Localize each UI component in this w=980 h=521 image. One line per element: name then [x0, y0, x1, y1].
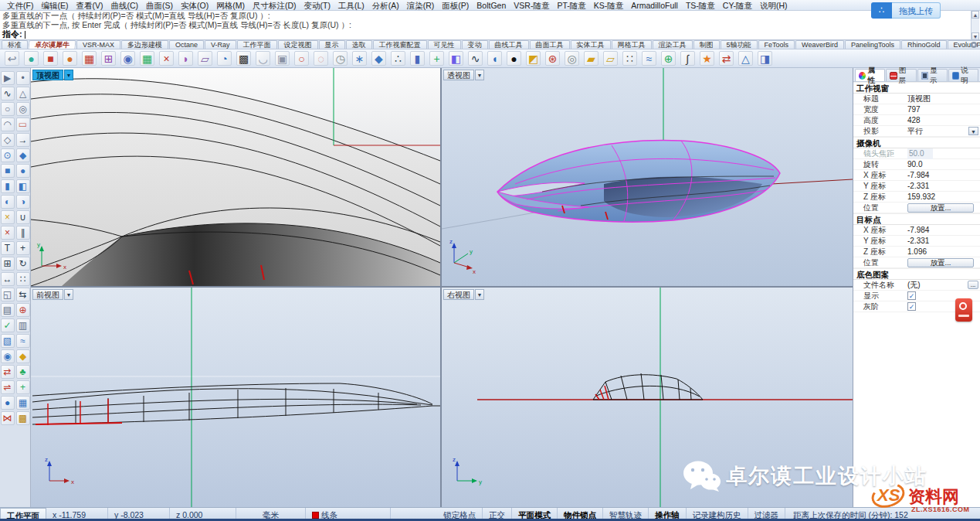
text-tool-icon[interactable]: T [1, 241, 15, 255]
toolbar-tab-工作视窗配置[interactable]: 工作视窗配置 [373, 40, 427, 49]
sketch-ellipse-icon[interactable]: ◌ [314, 51, 328, 66]
toolbar-tab-可见性[interactable]: 可见性 [428, 40, 461, 49]
environment-icon[interactable]: ▦ [140, 51, 154, 66]
place-button[interactable]: 放置... [907, 258, 974, 267]
array-dots-icon[interactable]: ∷ [622, 51, 637, 66]
exchange-tool-icon[interactable]: ⇌ [1, 380, 15, 394]
bomb-icon[interactable]: ● [507, 51, 521, 66]
status-toggle-操作轴[interactable]: 操作轴 [649, 508, 687, 521]
checkbox[interactable]: ✓ [907, 291, 916, 300]
undo-curve-icon[interactable]: ↩ [5, 51, 19, 66]
chevron-down-icon[interactable]: ▼ [64, 70, 73, 80]
panel-tab-图层[interactable]: 图层 [886, 69, 916, 81]
tree-tool-icon[interactable]: ♣ [16, 365, 30, 379]
array-tool-icon[interactable]: ∷ [16, 272, 30, 286]
teal-sphere-icon[interactable]: ● [24, 51, 39, 66]
toolbar-tab-设定视图[interactable]: 设定视图 [278, 40, 318, 49]
red-arrows-tool-icon[interactable]: ⇄ [1, 365, 15, 379]
menu-item-分析(A)[interactable]: 分析(A) [368, 0, 403, 11]
status-toggle-锁定格点[interactable]: 锁定格点 [437, 508, 483, 521]
edit-surface-icon[interactable]: ▱ [198, 51, 212, 66]
menu-item-面板(P)[interactable]: 面板(P) [438, 0, 473, 11]
status-toggle-过滤器[interactable]: 过滤器 [748, 508, 786, 521]
blue-sphere-tool-icon[interactable]: ● [1, 396, 15, 410]
toolbar-tab-曲线工具[interactable]: 曲线工具 [489, 40, 529, 49]
cplane-menu-button[interactable]: 工作平面 [0, 508, 46, 521]
panel-tab-说明[interactable]: 说明 [948, 69, 978, 81]
status-toggle-智慧轨迹[interactable]: 智慧轨迹 [603, 508, 649, 521]
chevron-down-icon[interactable]: ▼ [475, 70, 484, 80]
viewport-title-right[interactable]: 右视图▼ [443, 289, 484, 300]
boolean-union-tool-icon[interactable]: ◐ [1, 195, 15, 209]
teapot-icon[interactable]: ◡ [256, 51, 270, 66]
checkbox[interactable]: ✓ [907, 302, 916, 311]
menu-item-渲染(R)[interactable]: 渲染(R) [403, 0, 439, 11]
render-ball-tool-icon[interactable]: ◉ [1, 349, 15, 363]
explode-tool-icon[interactable]: × [1, 210, 15, 224]
status-toggle-记录建构历史[interactable]: 记录建构历史 [687, 508, 748, 521]
toolbar-tab-WeaverBird[interactable]: WeaverBird [795, 40, 844, 49]
s-curve-icon[interactable]: ∫ [680, 51, 695, 66]
menu-item-尺寸标注(D)[interactable]: 尺寸标注(D) [249, 0, 300, 11]
layer-cell[interactable]: 线条 [306, 508, 391, 521]
panel-tab-属性[interactable]: 属性 [855, 69, 885, 81]
join-tool-icon[interactable]: ∪ [16, 210, 30, 224]
toolbar-tab-显示[interactable]: 显示 [319, 40, 345, 49]
scale-tool-icon[interactable]: ↔ [1, 272, 15, 286]
curve-points-icon[interactable]: ∿ [468, 51, 483, 66]
polygon-tool-icon[interactable]: ◇ [1, 133, 15, 147]
rectangle-tool-icon[interactable]: ▭ [16, 117, 30, 131]
red-circle-icon[interactable]: ○ [294, 51, 309, 66]
point-tool-icon[interactable]: • [16, 71, 30, 85]
gear-icon[interactable] [971, 42, 977, 48]
boolean-diff-tool-icon[interactable]: ◑ [16, 195, 30, 209]
check-tool-icon[interactable]: ✓ [1, 318, 15, 332]
viewport-title-perspective[interactable]: 透视图▼ [443, 70, 484, 80]
scroll-up-icon[interactable]: ▲ [972, 11, 979, 19]
toolbar-tab-PanelingTools[interactable]: PanelingTools [845, 40, 900, 49]
orange-sphere-icon[interactable]: ● [63, 51, 77, 66]
dial-icon[interactable]: ◷ [333, 51, 348, 66]
cylinder-tool-icon[interactable]: ▮ [1, 179, 15, 193]
toolbar-tab-FeTools[interactable]: FeTools [758, 40, 795, 49]
map-grid-tool-icon[interactable]: ▦ [16, 396, 30, 410]
toolbar-tab-Octane[interactable]: Octane [169, 40, 204, 49]
pattern-tool-icon[interactable]: ▩ [16, 411, 30, 425]
toolbar-tab-变动[interactable]: 变动 [462, 40, 488, 49]
checker-material-icon[interactable]: ▦ [82, 51, 97, 66]
cutter-icon[interactable]: × [159, 51, 174, 66]
viewport-title-top[interactable]: 顶视图▼ [32, 70, 73, 80]
green-cross-tool-icon[interactable]: + [16, 380, 30, 394]
toolbar-tab-VSR-MAX[interactable]: VSR-MAX [76, 40, 120, 49]
toolbox-icon[interactable]: ■ [43, 51, 58, 66]
chevron-down-icon[interactable]: ▼ [64, 289, 73, 300]
layers-page-tool-icon[interactable]: ▤ [1, 303, 15, 317]
blue-diamond-icon[interactable]: ◆ [371, 51, 386, 66]
toolbar-tab-V-Ray[interactable]: V-Ray [205, 40, 236, 49]
menu-item-曲面(S)[interactable]: 曲面(S) [142, 0, 177, 11]
menu-item-变动(T)[interactable]: 变动(T) [300, 0, 334, 11]
menu-item-工具(L)[interactable]: 工具(L) [334, 0, 368, 11]
menu-item-VSR-随意[interactable]: VSR-随意 [510, 0, 553, 11]
pacman-icon[interactable]: ◖ [487, 51, 502, 66]
hazard-box-icon[interactable]: ◩ [526, 51, 541, 66]
splash-icon[interactable]: ⊛ [545, 51, 560, 66]
tilt-bar-icon[interactable]: ▰ [584, 51, 599, 66]
dot-cluster-icon[interactable]: ∴ [391, 51, 405, 66]
frame-icon[interactable]: ▣ [275, 51, 290, 66]
group-tool-icon[interactable]: ◱ [1, 288, 15, 301]
command-scrollbar[interactable]: ▲ ▼ [971, 11, 979, 40]
cylinder-icon[interactable]: ▮ [410, 51, 425, 66]
scroll-down-icon[interactable]: ▼ [972, 32, 979, 40]
linked-blocks-icon[interactable]: ⊞ [101, 51, 116, 66]
floating-red-badge-icon[interactable] [955, 298, 972, 322]
perspective-viewport-canvas[interactable]: zyx [442, 68, 853, 286]
circle-center-tool-icon[interactable]: ⊙ [1, 148, 15, 162]
toolbar-tab-5轴功能[interactable]: 5轴功能 [721, 40, 758, 49]
orbit-sphere-icon[interactable]: ◔ [217, 51, 232, 66]
mirror-tool-icon[interactable]: ⇆ [16, 288, 30, 301]
viewport-title-front[interactable]: 前视图▼ [32, 289, 73, 300]
toolbar-tab-实体工具[interactable]: 实体工具 [571, 40, 611, 49]
curve-tool-icon[interactable]: ∿ [1, 87, 15, 100]
toolbar-tab-选取[interactable]: 选取 [346, 40, 372, 49]
